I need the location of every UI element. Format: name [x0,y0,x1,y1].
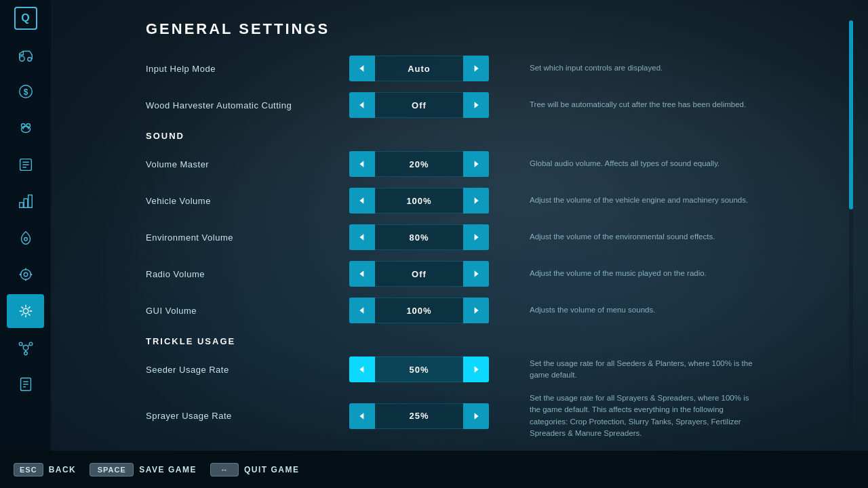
svg-point-14 [23,308,28,313]
sprayer-usage-next-button[interactable] [463,403,489,429]
setting-row-environment-volume: Environment Volume 80% Adjust the volume… [146,224,841,251]
seeder-usage-value: 50% [375,357,463,382]
gui-volume-next-button[interactable] [463,298,489,323]
svg-point-11 [24,238,27,241]
volume-master-next-button[interactable] [463,151,489,177]
sidebar-item-network[interactable] [7,331,44,365]
scrollbar-track[interactable] [849,20,853,441]
svg-marker-34 [359,366,363,373]
quit-label: QUIT GAME [244,465,300,474]
radio-volume-value: Off [375,261,463,287]
input-help-mode-next-button[interactable] [463,56,489,81]
volume-master-prev-button[interactable] [349,151,375,177]
gui-volume-value: 100% [375,298,463,323]
svg-marker-21 [475,65,479,72]
sidebar-item-animals[interactable] [7,111,44,145]
back-button[interactable]: ESC BACK [14,463,76,476]
svg-point-16 [19,342,22,346]
svg-marker-27 [475,197,479,204]
sidebar-item-settings[interactable] [7,294,44,328]
vehicle-volume-prev-button[interactable] [349,188,375,214]
sidebar-item-map[interactable] [7,221,44,255]
setting-control-seeder-usage: 50% [349,357,489,382]
svg-marker-33 [475,307,479,314]
seeder-usage-prev-button[interactable] [349,357,375,382]
setting-label-gui-volume: GUI Volume [146,306,349,316]
setting-desc-radio-volume: Adjust the volume of the music played on… [530,268,707,279]
setting-row-input-help-mode: Input Help Mode Auto Set which input con… [146,55,841,82]
setting-control-environment-volume: 80% [349,224,489,250]
sprayer-usage-prev-button[interactable] [349,403,375,429]
input-help-mode-value: Auto [375,56,463,81]
setting-control-volume-master: 20% [349,151,489,177]
svg-point-18 [24,352,27,355]
setting-desc-volume-master: Global audio volume. Affects all types o… [530,158,719,169]
sidebar-item-vehicles[interactable] [7,38,44,72]
sidebar-item-tasks[interactable] [7,148,44,182]
page-title: GENERAL SETTINGS [146,20,841,38]
quit-key-badge: ↔ [210,463,239,476]
seeder-usage-next-button[interactable] [463,357,489,382]
setting-row-volume-master: Volume Master 20% Global audio volume. A… [146,150,841,178]
vehicle-volume-next-button[interactable] [463,188,489,214]
setting-row-sprayer-usage: Sprayer Usage Rate 25% Set the usage rat… [146,392,841,439]
sidebar-item-help[interactable] [7,367,44,401]
volume-master-value: 20% [375,151,463,177]
setting-desc-input-help-mode: Set which input controls are displayed. [530,62,663,74]
setting-label-volume-master: Volume Master [146,159,349,169]
setting-row-wood-harvester: Wood Harvester Automatic Cutting Off Tre… [146,92,841,119]
section-header-sound: SOUND [146,131,841,141]
quit-game-button[interactable]: ↔ QUIT GAME [210,463,300,476]
radio-volume-prev-button[interactable] [349,261,375,287]
setting-label-sprayer-usage: Sprayer Usage Rate [146,411,349,421]
wood-harvester-prev-button[interactable] [349,92,375,118]
svg-marker-22 [359,102,363,108]
save-game-button[interactable]: SPACE SAVE GAME [90,463,197,476]
svg-marker-35 [475,366,479,373]
sidebar-item-economy[interactable]: $ [7,75,44,108]
environment-volume-next-button[interactable] [463,224,489,250]
svg-marker-28 [359,234,363,241]
svg-point-13 [24,272,28,277]
scrollbar-thumb[interactable] [849,20,853,209]
svg-rect-8 [19,203,23,207]
svg-marker-26 [359,197,363,204]
svg-marker-20 [359,65,363,72]
wood-harvester-value: Off [375,92,463,118]
main-content: GENERAL SETTINGS Input Help Mode Auto Se… [51,0,868,451]
setting-row-vehicle-volume: Vehicle Volume 100% Adjust the volume of… [146,187,841,214]
svg-text:$: $ [23,87,28,97]
svg-rect-9 [24,199,28,207]
setting-label-environment-volume: Environment Volume [146,232,349,243]
radio-volume-next-button[interactable] [463,261,489,287]
sidebar-item-production[interactable] [7,184,44,218]
input-help-mode-prev-button[interactable] [349,56,375,81]
sidebar-item-equipment[interactable] [7,258,44,291]
svg-marker-29 [475,234,479,241]
setting-desc-environment-volume: Adjust the volume of the environmental s… [530,231,715,243]
gui-volume-prev-button[interactable] [349,298,375,323]
setting-row-radio-volume: Radio Volume Off Adjust the volume of th… [146,260,841,287]
environment-volume-prev-button[interactable] [349,224,375,250]
sidebar-item-q[interactable]: Q [14,7,37,30]
back-label: BACK [49,465,77,474]
setting-label-wood-harvester: Wood Harvester Automatic Cutting [146,100,349,110]
svg-marker-25 [475,161,479,167]
sprayer-usage-value: 25% [375,403,463,429]
svg-marker-24 [359,161,363,167]
save-key-badge: SPACE [90,463,134,476]
setting-label-seeder-usage: Seeder Usage Rate [146,365,349,375]
setting-desc-sprayer-usage: Set the usage rate for all Sprayers & Sp… [530,392,760,439]
setting-control-sprayer-usage: 25% [349,403,489,429]
setting-row-seeder-usage: Seeder Usage Rate 50% Set the usage rate… [146,356,841,383]
setting-control-wood-harvester: Off [349,92,489,118]
svg-point-12 [20,270,31,280]
setting-control-radio-volume: Off [349,261,489,287]
wood-harvester-next-button[interactable] [463,92,489,118]
setting-desc-wood-harvester: Tree will be automatically cut after the… [530,99,746,110]
vehicle-volume-value: 100% [375,188,463,214]
svg-point-0 [19,56,24,61]
save-label: SAVE GAME [139,465,197,474]
svg-point-17 [29,342,33,346]
setting-label-input-help-mode: Input Help Mode [146,64,349,74]
